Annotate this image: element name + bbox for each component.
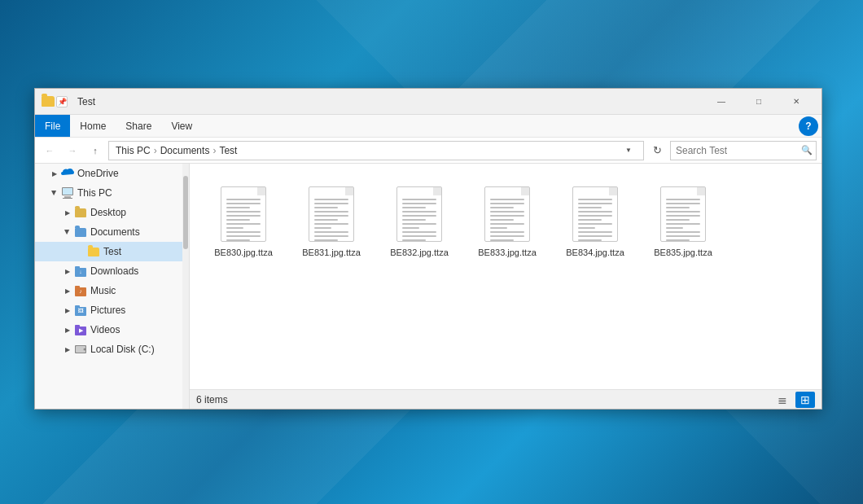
title-icons: 📌 xyxy=(42,96,68,107)
sidebar-item-desktop[interactable]: ▶ Desktop xyxy=(35,203,189,222)
file-icon-3 xyxy=(483,183,532,242)
sidebar-item-localdisk[interactable]: ▶ Local Disk (C:) xyxy=(35,340,189,359)
test-folder-icon xyxy=(87,245,100,258)
expand-onedrive-icon: ▶ xyxy=(48,167,61,180)
doc-icon-3 xyxy=(484,186,530,242)
view-controls: ≣ ⊞ xyxy=(773,392,815,408)
close-button[interactable]: ✕ xyxy=(778,89,815,115)
file-icon-0 xyxy=(219,183,268,242)
sidebar-label-test: Test xyxy=(103,246,121,257)
folder-icon xyxy=(42,96,55,107)
file-item-0[interactable]: BE830.jpg.ttza xyxy=(203,177,284,265)
file-item-4[interactable]: BE834.jpg.ttza xyxy=(554,177,636,265)
address-bar: ← → ↑ This PC › Documents › Test ▼ ↻ 🔍 xyxy=(35,138,821,164)
refresh-button[interactable]: ↻ xyxy=(647,141,667,160)
list-view-button[interactable]: ≣ xyxy=(773,392,792,408)
expand-pictures-icon: ▶ xyxy=(61,304,74,317)
file-name-3: BE833.jpg.ttza xyxy=(478,247,537,258)
path-sep-2: › xyxy=(212,145,216,156)
expand-documents-icon: ▶ xyxy=(61,226,74,239)
path-part-test: Test xyxy=(219,145,237,156)
file-name-2: BE832.jpg.ttza xyxy=(390,247,449,258)
file-item-2[interactable]: BE832.jpg.ttza xyxy=(379,177,460,265)
pictures-folder-icon: 🖼 xyxy=(74,304,87,317)
file-item-3[interactable]: BE833.jpg.ttza xyxy=(467,177,548,265)
forward-button[interactable]: → xyxy=(63,141,82,160)
desktop-folder-icon xyxy=(74,206,87,219)
svg-point-18 xyxy=(84,348,86,351)
search-box: 🔍 xyxy=(670,141,817,160)
file-icon-2 xyxy=(395,183,444,242)
file-name-4: BE834.jpg.ttza xyxy=(566,247,624,258)
localdisk-icon xyxy=(74,343,87,356)
grid-view-button[interactable]: ⊞ xyxy=(795,392,815,408)
svg-rect-1 xyxy=(63,188,72,195)
file-item-1[interactable]: BE831.jpg.ttza xyxy=(291,177,372,265)
expand-localdisk-icon: ▶ xyxy=(61,343,74,356)
up-button[interactable]: ↑ xyxy=(85,141,105,160)
menu-file[interactable]: File xyxy=(35,115,70,137)
title-bar: 📌 Test — □ ✕ xyxy=(35,89,821,115)
sidebar-label-downloads: Downloads xyxy=(90,265,138,277)
path-sep-1: › xyxy=(154,145,157,156)
sidebar-label-localdisk: Local Disk (C:) xyxy=(90,344,155,355)
sidebar-item-onedrive[interactable]: ▶ OneDrive xyxy=(35,164,189,183)
sidebar-item-videos[interactable]: ▶ ▶ Videos xyxy=(35,320,189,340)
file-area: BE830.jpg.ttza xyxy=(190,164,821,409)
sidebar-item-pictures[interactable]: ▶ 🖼 Pictures xyxy=(35,300,189,320)
file-name-1: BE831.jpg.ttza xyxy=(302,247,361,258)
main-area: ▶ OneDrive ▶ xyxy=(35,164,821,409)
file-name-0: BE830.jpg.ttza xyxy=(214,247,273,258)
downloads-folder-icon: ↓ xyxy=(74,265,87,278)
doc-icon-0 xyxy=(221,186,266,242)
svg-rect-2 xyxy=(64,196,71,198)
sidebar-label-desktop: Desktop xyxy=(90,207,126,218)
explorer-window: 📌 Test — □ ✕ File Home Share View ? ← → … xyxy=(34,88,822,410)
pin-icon: 📌 xyxy=(56,96,68,107)
status-bar: 6 items ≣ ⊞ xyxy=(190,389,821,409)
expand-videos-icon: ▶ xyxy=(61,323,74,336)
maximize-button[interactable]: □ xyxy=(740,89,778,115)
address-dropdown-icon[interactable]: ▼ xyxy=(625,147,637,154)
sidebar-item-thispc[interactable]: ▶ This PC xyxy=(35,183,189,203)
file-icon-1 xyxy=(307,183,356,242)
videos-folder-icon: ▶ xyxy=(74,323,87,336)
svg-text:🖼: 🖼 xyxy=(78,308,84,313)
doc-icon-1 xyxy=(309,186,354,242)
sidebar-item-downloads[interactable]: ▶ ↓ Downloads xyxy=(35,261,189,281)
menu-bar: File Home Share View ? xyxy=(35,115,821,138)
file-name-5: BE835.jpg.ttza xyxy=(654,247,712,258)
file-icon-4 xyxy=(571,183,620,242)
file-grid: BE830.jpg.ttza xyxy=(190,164,821,389)
search-input[interactable] xyxy=(676,145,798,156)
sidebar-item-test[interactable]: ▶ Test xyxy=(35,242,189,261)
window-controls: — □ ✕ xyxy=(703,89,815,115)
minimize-button[interactable]: — xyxy=(703,89,740,115)
documents-folder-icon xyxy=(74,226,87,239)
menu-help-button[interactable]: ? xyxy=(799,116,818,136)
address-path[interactable]: This PC › Documents › Test ▼ xyxy=(108,141,644,160)
svg-text:↓: ↓ xyxy=(79,269,82,274)
path-part-documents: Documents xyxy=(160,145,210,156)
search-icon[interactable]: 🔍 xyxy=(801,145,813,156)
menu-view[interactable]: View xyxy=(161,115,202,137)
sidebar: ▶ OneDrive ▶ xyxy=(35,164,190,409)
svg-rect-3 xyxy=(63,198,72,199)
expand-music-icon: ▶ xyxy=(61,284,74,297)
doc-icon-2 xyxy=(396,186,442,242)
sidebar-label-videos: Videos xyxy=(90,324,120,335)
file-item-5[interactable]: BE835.jpg.ttza xyxy=(642,177,724,265)
menu-share[interactable]: Share xyxy=(116,115,161,137)
sidebar-item-documents[interactable]: ▶ Documents xyxy=(35,222,189,242)
svg-text:♪: ♪ xyxy=(79,288,82,294)
doc-icon-5 xyxy=(660,186,706,242)
expand-desktop-icon: ▶ xyxy=(61,206,74,219)
doc-icon-4 xyxy=(572,186,618,242)
music-folder-icon: ♪ xyxy=(74,284,87,297)
menu-home[interactable]: Home xyxy=(70,115,116,137)
back-button[interactable]: ← xyxy=(40,141,59,160)
expand-thispc-icon: ▶ xyxy=(48,186,61,199)
sidebar-item-music[interactable]: ▶ ♪ Music xyxy=(35,281,189,300)
window-title: Test xyxy=(74,96,703,107)
sidebar-label-documents: Documents xyxy=(90,226,140,238)
